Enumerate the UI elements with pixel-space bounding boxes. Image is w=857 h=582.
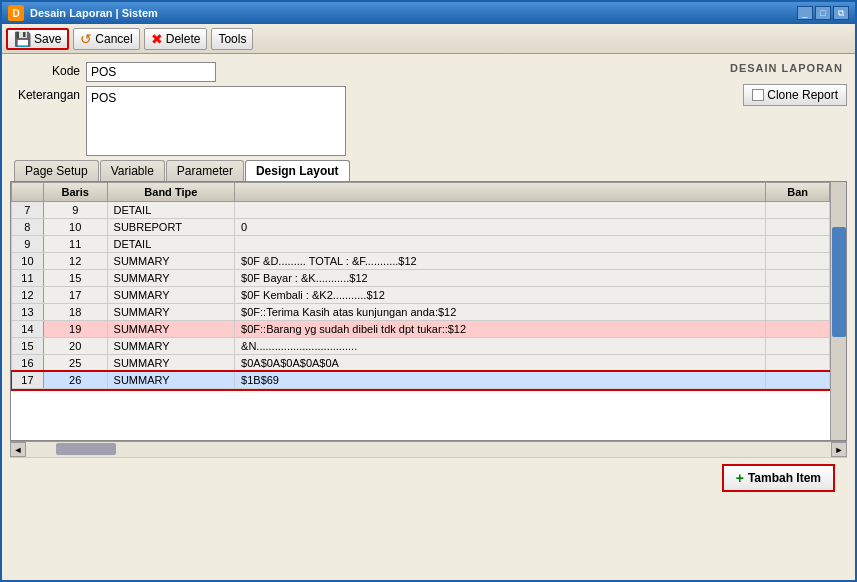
- band-tipe-cell: SUMMARY: [107, 270, 234, 287]
- table-row[interactable]: 16 25 SUMMARY $0A$0A$0A$0A$0A: [12, 355, 830, 372]
- scroll-thumb-h: [56, 443, 116, 455]
- cancel-label: Cancel: [95, 32, 132, 46]
- footer: + Tambah Item: [10, 457, 847, 498]
- baris-cell: 12: [43, 253, 107, 270]
- plus-icon: +: [736, 470, 744, 486]
- band-tipe-cell: SUMMARY: [107, 287, 234, 304]
- delete-button[interactable]: ✖ Delete: [144, 28, 208, 50]
- content-cell: 0: [235, 219, 766, 236]
- ban-cell: [766, 321, 830, 338]
- scroll-right-button[interactable]: ►: [831, 442, 847, 457]
- form-area: Kode Keterangan POS: [10, 62, 346, 156]
- row-number: 9: [12, 236, 44, 253]
- band-tipe-cell: SUMMARY: [107, 321, 234, 338]
- scroll-track[interactable]: [26, 442, 831, 457]
- clone-report-button[interactable]: Clone Report: [743, 84, 847, 106]
- row-number: 8: [12, 219, 44, 236]
- data-table: Baris Band Tipe Ban 7 9 DETAIL 8 10 SUBR…: [11, 182, 830, 389]
- tab-page-setup[interactable]: Page Setup: [14, 160, 99, 181]
- row-number: 14: [12, 321, 44, 338]
- scrollbar-horizontal[interactable]: ◄ ►: [10, 441, 847, 457]
- baris-cell: 18: [43, 304, 107, 321]
- scroll-thumb: [832, 227, 846, 337]
- content-cell: $0F Bayar : &K...........$12: [235, 270, 766, 287]
- table-row[interactable]: 13 18 SUMMARY $0F::Terima Kasih atas kun…: [12, 304, 830, 321]
- ban-cell: [766, 338, 830, 355]
- delete-label: Delete: [166, 32, 201, 46]
- save-icon: 💾: [14, 31, 31, 47]
- baris-cell: 19: [43, 321, 107, 338]
- content-cell: $0F &D......... TOTAL : &F...........$12: [235, 253, 766, 270]
- title-bar: D Desain Laporan | Sistem _ □ ⧉: [2, 2, 855, 24]
- baris-cell: 25: [43, 355, 107, 372]
- col-content: [235, 183, 766, 202]
- app-icon: D: [8, 5, 24, 21]
- window-controls: _ □ ⧉: [797, 6, 849, 20]
- save-label: Save: [34, 32, 61, 46]
- table-row[interactable]: 10 12 SUMMARY $0F &D......... TOTAL : &F…: [12, 253, 830, 270]
- clone-checkbox[interactable]: [752, 89, 764, 101]
- col-baris: Baris: [43, 183, 107, 202]
- tambah-label: Tambah Item: [748, 471, 821, 485]
- band-tipe-cell: SUMMARY: [107, 355, 234, 372]
- table-row[interactable]: 12 17 SUMMARY $0F Kembali : &K2.........…: [12, 287, 830, 304]
- content-cell: [235, 202, 766, 219]
- save-button[interactable]: 💾 Save: [6, 28, 69, 50]
- band-tipe-cell: SUMMARY: [107, 304, 234, 321]
- baris-cell: 15: [43, 270, 107, 287]
- restore-button[interactable]: ⧉: [833, 6, 849, 20]
- clone-label: Clone Report: [767, 88, 838, 102]
- table-row[interactable]: 7 9 DETAIL: [12, 202, 830, 219]
- tab-bar: Page Setup Variable Parameter Design Lay…: [10, 160, 847, 181]
- keterangan-input[interactable]: POS: [86, 86, 346, 156]
- row-number: 16: [12, 355, 44, 372]
- baris-cell: 9: [43, 202, 107, 219]
- table-row[interactable]: 8 10 SUBREPORT 0: [12, 219, 830, 236]
- tools-button[interactable]: Tools: [211, 28, 253, 50]
- minimize-button[interactable]: _: [797, 6, 813, 20]
- row-number: 10: [12, 253, 44, 270]
- row-number: 7: [12, 202, 44, 219]
- cancel-button[interactable]: ↺ Cancel: [73, 28, 139, 50]
- maximize-button[interactable]: □: [815, 6, 831, 20]
- scrollbar-vertical[interactable]: [830, 182, 846, 440]
- band-tipe-cell: SUBREPORT: [107, 219, 234, 236]
- band-tipe-cell: SUMMARY: [107, 253, 234, 270]
- kode-label: Kode: [10, 62, 80, 78]
- scroll-left-button[interactable]: ◄: [10, 442, 26, 457]
- band-tipe-cell: SUMMARY: [107, 338, 234, 355]
- content-cell: $0F Kembali : &K2...........$12: [235, 287, 766, 304]
- content-cell: $0F::Barang yg sudah dibeli tdk dpt tuka…: [235, 321, 766, 338]
- col-ban: Ban: [766, 183, 830, 202]
- kode-input[interactable]: [86, 62, 216, 82]
- tab-design-layout[interactable]: Design Layout: [245, 160, 350, 181]
- row-number: 12: [12, 287, 44, 304]
- table-row[interactable]: 14 19 SUMMARY $0F::Barang yg sudah dibel…: [12, 321, 830, 338]
- ban-cell: [766, 372, 830, 389]
- table-container: Baris Band Tipe Ban 7 9 DETAIL 8 10 SUBR…: [10, 181, 847, 441]
- baris-cell: 17: [43, 287, 107, 304]
- content-cell: &N.................................: [235, 338, 766, 355]
- section-title: DESAIN LAPORAN: [730, 62, 847, 74]
- table-row[interactable]: 17 26 SUMMARY $1B$69: [12, 372, 830, 389]
- content-cell: $1B$69: [235, 372, 766, 389]
- col-band-tipe: Band Tipe: [107, 183, 234, 202]
- baris-cell: 20: [43, 338, 107, 355]
- tab-parameter[interactable]: Parameter: [166, 160, 244, 181]
- row-number: 13: [12, 304, 44, 321]
- main-window: D Desain Laporan | Sistem _ □ ⧉ 💾 Save ↺…: [0, 0, 857, 582]
- baris-cell: 11: [43, 236, 107, 253]
- table-row[interactable]: 9 11 DETAIL: [12, 236, 830, 253]
- toolbar: 💾 Save ↺ Cancel ✖ Delete Tools: [2, 24, 855, 54]
- tambah-item-button[interactable]: + Tambah Item: [722, 464, 835, 492]
- baris-cell: 26: [43, 372, 107, 389]
- table-row[interactable]: 11 15 SUMMARY $0F Bayar : &K...........$…: [12, 270, 830, 287]
- window-body: Kode Keterangan POS DESAIN LAPORAN Clone…: [2, 54, 855, 580]
- col-rownum: [12, 183, 44, 202]
- ban-cell: [766, 236, 830, 253]
- table-row[interactable]: 15 20 SUMMARY &N........................…: [12, 338, 830, 355]
- tab-variable[interactable]: Variable: [100, 160, 165, 181]
- window-title: Desain Laporan | Sistem: [30, 7, 791, 19]
- band-tipe-cell: DETAIL: [107, 236, 234, 253]
- baris-cell: 10: [43, 219, 107, 236]
